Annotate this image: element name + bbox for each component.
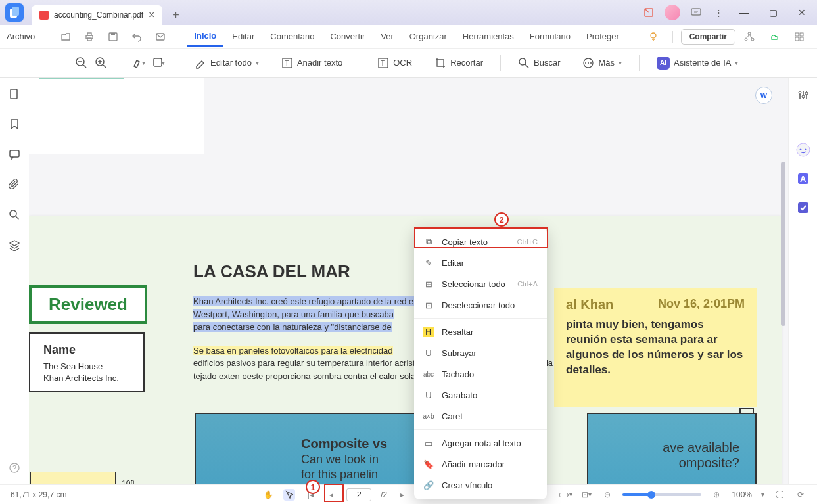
bookmark-small-icon: 🔖 <box>423 459 434 469</box>
menu-editar[interactable]: Editar <box>225 28 261 45</box>
ft-10: 10ft <box>122 479 135 484</box>
zoom-slider[interactable] <box>622 493 701 496</box>
save-icon[interactable] <box>106 30 120 43</box>
edit-all-button[interactable]: Editar todo▾ <box>189 55 264 72</box>
zoom-out-minus-icon[interactable]: ⊖ <box>601 489 613 501</box>
menu-comentario[interactable]: Comentario <box>264 28 321 45</box>
menu-proteger[interactable]: Proteger <box>580 28 626 45</box>
svg-rect-15 <box>795 33 799 36</box>
document-action-icon[interactable] <box>642 6 655 19</box>
search-icon[interactable] <box>7 208 22 222</box>
zoom-out-icon[interactable] <box>75 57 88 70</box>
sticky-note[interactable]: al Khan Nov 16, 2:01PM pinta muy bien, t… <box>554 288 757 407</box>
zoom-in-plus-icon[interactable]: ⊕ <box>711 489 722 501</box>
tab-add-button[interactable]: + <box>168 7 183 23</box>
ctx-select-all[interactable]: ⊞Seleccionar todoCtrl+A <box>414 273 547 294</box>
ctx-deselect[interactable]: ⊡Deseleccionar todo <box>414 294 547 315</box>
ctx-squiggly[interactable]: UGarabato <box>414 384 547 405</box>
chat-ai-icon[interactable] <box>795 142 811 158</box>
canvas[interactable]: W Reviewed Name The Sea House Khan Archi… <box>29 78 788 484</box>
page-input[interactable] <box>346 488 371 501</box>
highlighter-icon[interactable]: ▾ <box>132 57 145 70</box>
tab-close-icon[interactable]: × <box>149 9 154 21</box>
document-page[interactable]: Reviewed Name The Sea House Khan Archite… <box>29 216 782 484</box>
menu-formulario[interactable]: Formulario <box>523 28 577 45</box>
ocr-button[interactable]: TOCR <box>372 55 417 72</box>
ctx-label: Seleccionar todo <box>442 279 505 289</box>
sliders-icon[interactable] <box>795 87 811 103</box>
svg-point-11 <box>651 33 656 38</box>
menu-herramientas[interactable]: Herramientas <box>456 28 521 45</box>
bookmark-icon[interactable] <box>7 117 22 131</box>
svg-rect-32 <box>10 150 19 157</box>
fit-page-icon[interactable]: ⊡▾ <box>580 489 592 501</box>
undo-icon[interactable] <box>130 30 143 43</box>
pdf-icon <box>39 11 49 20</box>
user-avatar[interactable] <box>665 5 680 20</box>
svg-rect-6 <box>87 33 91 35</box>
menu-inicio[interactable]: Inicio <box>187 27 223 47</box>
search-button[interactable]: Buscar <box>513 55 565 72</box>
select-tool-icon[interactable] <box>283 489 295 501</box>
svg-point-36 <box>799 91 801 94</box>
scrollbar-thumb[interactable] <box>781 162 785 326</box>
translate-icon[interactable]: A <box>795 171 811 187</box>
ctx-copy-text[interactable]: ⧉Copiar textoCtrl+C <box>414 231 547 252</box>
page-icon[interactable] <box>7 87 22 101</box>
help-icon[interactable]: ? <box>7 461 22 475</box>
ctx-caret[interactable]: a∧bCaret <box>414 405 547 426</box>
svg-rect-16 <box>800 33 803 36</box>
ctx-edit[interactable]: ✎Editar <box>414 252 547 273</box>
fullscreen-icon[interactable]: ⛶ <box>774 489 785 501</box>
fit-width-icon[interactable]: ⟷▾ <box>559 489 571 501</box>
app-logo[interactable] <box>5 3 24 22</box>
minimize-button[interactable]: — <box>734 3 754 22</box>
crop-button[interactable]: Recortar <box>429 55 488 72</box>
menu-ver[interactable]: Ver <box>374 28 400 45</box>
next-page-icon[interactable]: ▸ <box>396 489 408 501</box>
svg-text:T: T <box>285 59 289 67</box>
ctx-highlight[interactable]: HResaltar <box>414 321 547 342</box>
refresh-icon[interactable]: ⟳ <box>795 489 806 501</box>
mail-icon[interactable] <box>154 30 167 43</box>
comment-panel-icon[interactable] <box>689 6 703 19</box>
lightbulb-icon[interactable] <box>646 30 661 44</box>
squiggly-icon: U <box>423 390 434 400</box>
ctx-bookmark[interactable]: 🔖Añadir marcador <box>414 453 547 474</box>
grid-icon[interactable] <box>792 30 806 44</box>
add-text-button[interactable]: TAñadir texto <box>276 55 348 72</box>
attachment-icon[interactable] <box>7 177 22 192</box>
scrollbar[interactable] <box>780 83 785 479</box>
check-icon[interactable] <box>795 200 811 216</box>
kebab-menu-icon[interactable]: ⋮ <box>712 6 725 19</box>
more-button[interactable]: Más▾ <box>577 55 627 72</box>
prev-page-icon[interactable]: ◂ <box>325 489 337 501</box>
network-icon[interactable] <box>742 30 757 44</box>
ctx-underline[interactable]: USubrayar <box>414 342 547 363</box>
menu-organizar[interactable]: Organizar <box>403 28 454 45</box>
ctx-link[interactable]: 🔗Crear vínculo <box>414 474 547 495</box>
cloud-sync-icon[interactable] <box>767 30 782 44</box>
zoom-in-icon[interactable] <box>95 57 108 70</box>
sticky-date: Nov 16, 2:01PM <box>658 297 745 312</box>
shape-icon[interactable]: ▾ <box>152 57 165 70</box>
share-button[interactable]: Compartir <box>681 29 735 45</box>
comment-icon[interactable] <box>7 147 22 162</box>
ctx-strikethrough[interactable]: abcTachado <box>414 363 547 384</box>
print-icon[interactable] <box>83 30 96 43</box>
ai-assistant-button[interactable]: AIAsistente de IA▾ <box>651 54 743 72</box>
word-export-icon[interactable]: W <box>755 87 772 104</box>
zoom-handle[interactable] <box>647 491 655 499</box>
highlighted-text: Se basa en paneles fotovoltaicos para la… <box>193 346 393 355</box>
layers-icon[interactable] <box>7 238 22 252</box>
open-icon[interactable] <box>59 30 72 43</box>
hand-tool-icon[interactable]: ✋ <box>262 489 274 501</box>
crop-label: Recortar <box>450 58 483 68</box>
menu-file[interactable]: Archivo <box>7 32 35 41</box>
close-button[interactable]: ✕ <box>792 3 812 22</box>
menu-convertir[interactable]: Convertir <box>323 28 371 45</box>
maximize-button[interactable]: ▢ <box>763 3 783 22</box>
ctx-add-note[interactable]: ▭Agregar nota al texto <box>414 432 547 453</box>
tool-ribbon: ▾ ▾ Editar todo▾ TAñadir texto TOCR Reco… <box>0 49 817 78</box>
document-tab[interactable]: accounting_Combinar.pdf × <box>32 5 162 25</box>
